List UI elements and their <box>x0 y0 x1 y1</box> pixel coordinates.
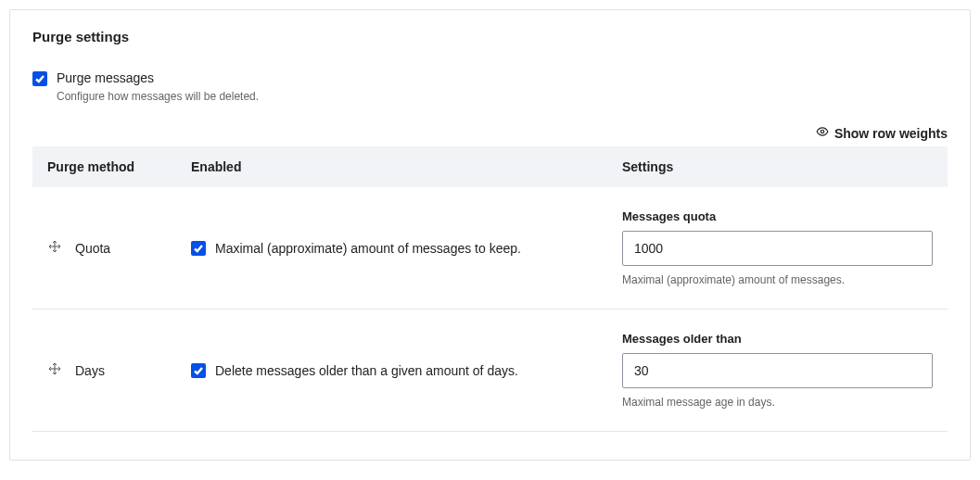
show-row-weights-link[interactable]: Show row weights <box>32 125 948 141</box>
drag-handle-icon[interactable] <box>47 361 62 379</box>
header-settings: Settings <box>622 159 933 174</box>
drag-handle-icon[interactable] <box>47 239 62 257</box>
header-enabled: Enabled <box>191 159 622 174</box>
panel-title: Purge settings <box>32 29 948 44</box>
messages-days-input[interactable] <box>622 353 933 388</box>
purge-methods-table: Purge method Enabled Settings Quota <box>32 146 948 432</box>
purge-messages-row: Purge messages <box>32 70 948 86</box>
quota-field-label: Messages quota <box>622 209 933 223</box>
header-method: Purge method <box>47 159 191 174</box>
quota-help-text: Maximal (approximate) amount of messages… <box>622 273 933 286</box>
eye-icon <box>816 125 829 141</box>
show-row-weights-label: Show row weights <box>834 126 948 141</box>
days-enabled-checkbox[interactable] <box>191 363 206 378</box>
table-row: Days Delete messages older than a given … <box>32 309 948 432</box>
table-header: Purge method Enabled Settings <box>32 146 948 187</box>
method-name: Days <box>75 363 105 378</box>
purge-settings-panel: Purge settings Purge messages Configure … <box>9 9 971 461</box>
purge-messages-description: Configure how messages will be deleted. <box>57 90 948 103</box>
quota-enabled-label: Maximal (approximate) amount of messages… <box>215 241 521 256</box>
messages-quota-input[interactable] <box>622 231 933 266</box>
days-field-label: Messages older than <box>622 332 933 346</box>
days-enabled-label: Delete messages older than a given amoun… <box>215 363 518 378</box>
purge-messages-checkbox[interactable] <box>32 71 47 86</box>
purge-messages-label: Purge messages <box>57 70 154 85</box>
table-row: Quota Maximal (approximate) amount of me… <box>32 187 948 309</box>
method-name: Quota <box>75 241 110 256</box>
quota-enabled-checkbox[interactable] <box>191 241 206 256</box>
svg-point-0 <box>821 130 824 133</box>
days-help-text: Maximal message age in days. <box>622 396 933 409</box>
